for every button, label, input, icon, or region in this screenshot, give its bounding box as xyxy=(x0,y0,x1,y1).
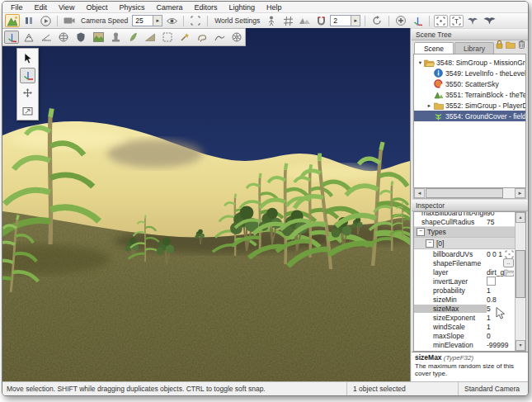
scroll-thumb[interactable] xyxy=(426,188,503,198)
property-label: invertLayer xyxy=(414,277,487,286)
snap-size-dropdown[interactable]: 2▸ xyxy=(330,15,360,26)
scroll-down-icon[interactable]: ▾ xyxy=(516,340,525,351)
menu-lighting[interactable]: Lighting xyxy=(223,3,261,12)
terrain-painter-tool[interactable] xyxy=(91,31,106,44)
viewport-3d[interactable] xyxy=(2,28,411,382)
camera-speed-dropdown-value: 25 xyxy=(133,17,153,25)
camera-speed-label: Camera Speed xyxy=(78,17,130,25)
right-panel: Scene Tree SceneLibrary ▾3548: SimGroup … xyxy=(412,28,528,382)
tree-row[interactable]: ▾3548: SimGroup - MissionGroup xyxy=(414,57,525,68)
terrain-snap-icon[interactable] xyxy=(297,14,312,27)
property-label: minElevation xyxy=(414,341,487,349)
scroll-up-icon[interactable]: ▴ xyxy=(516,212,525,223)
scale-tool[interactable] xyxy=(20,102,35,118)
torque-logo-alt-icon[interactable] xyxy=(482,14,497,27)
group-label: [0] xyxy=(436,239,444,248)
tree-row[interactable]: 3551: TerrainBlock - theTerrain xyxy=(414,89,525,100)
render-bounds-button[interactable] xyxy=(434,15,448,27)
world-editor-tool[interactable] xyxy=(4,31,19,44)
tree-row[interactable]: 3554: GroundCover - field xyxy=(414,111,525,121)
terrain-editor-tool[interactable] xyxy=(21,31,36,44)
inspector-row: shapeCullRadius75 xyxy=(414,217,525,226)
material-sphere-tool[interactable] xyxy=(56,31,71,44)
torque-logo-icon[interactable] xyxy=(465,14,480,27)
terrain-angle-tool[interactable] xyxy=(39,31,54,44)
marquee-select-tool[interactable] xyxy=(160,31,175,44)
play-game-icon[interactable] xyxy=(38,14,53,27)
scene-tree-list: ▾3548: SimGroup - MissionGroup3549: Leve… xyxy=(413,54,526,188)
menu-edit[interactable]: Edit xyxy=(29,3,54,12)
drop-at-player-icon[interactable] xyxy=(264,14,279,27)
move-axis-tool[interactable] xyxy=(20,68,35,83)
lock-icon[interactable] xyxy=(496,37,503,52)
dropdown-arrow-icon[interactable]: ▸ xyxy=(351,16,360,26)
tree-item-label: 3550: ScatterSky xyxy=(444,80,499,88)
mesh-road-tool[interactable] xyxy=(212,31,227,44)
tab-scene[interactable]: Scene xyxy=(414,42,454,54)
menu-camera[interactable]: Camera xyxy=(150,3,188,12)
checkbox-unchecked[interactable] xyxy=(487,277,496,286)
road-ramp-tool[interactable] xyxy=(143,31,158,44)
inspector-row: layerdirt_gr xyxy=(414,267,525,277)
camera-icon[interactable] xyxy=(62,14,77,27)
status-camera-mode[interactable]: Standard Camera xyxy=(458,382,528,395)
collapse-icon[interactable]: ▾ xyxy=(417,59,424,66)
layer-picker-icon[interactable] xyxy=(504,268,514,277)
decal-stamp-tool[interactable] xyxy=(108,31,123,44)
tree-item-label: 3548: SimGroup - MissionGroup xyxy=(435,59,525,67)
scroll-left-icon[interactable]: ◄ xyxy=(414,188,425,198)
menu-object[interactable]: Object xyxy=(80,3,113,12)
collapse-box-icon[interactable]: − xyxy=(417,228,425,236)
tree-horizontal-scrollbar[interactable]: ◄ ► xyxy=(413,188,526,199)
image-picker-icon[interactable] xyxy=(505,250,514,258)
inspector-vertical-scrollbar[interactable]: ▴▾ xyxy=(515,212,525,351)
property-value[interactable]: 0 0 1 xyxy=(487,250,505,258)
scroll-thumb[interactable] xyxy=(516,250,525,298)
menu-help[interactable]: Help xyxy=(261,3,288,12)
select-arrow-tool[interactable] xyxy=(20,50,35,66)
menu-physics[interactable]: Physics xyxy=(113,3,150,12)
tab-library[interactable]: Library xyxy=(454,42,494,54)
scroll-right-icon[interactable]: ► xyxy=(515,188,525,198)
editor-layout-icon[interactable] xyxy=(21,14,36,27)
magic-wand-tool[interactable] xyxy=(177,31,192,44)
folder-icon[interactable] xyxy=(506,37,516,52)
world-settings-button[interactable]: World Settings xyxy=(212,17,262,25)
inspector-row: sizeMin0.8 xyxy=(414,295,525,304)
tree-header-icons xyxy=(496,37,525,54)
tree-row[interactable]: 3549: LevelInfo - theLevelInfo xyxy=(414,68,525,78)
object-gizmo-icon[interactable] xyxy=(410,14,425,27)
shield-tool[interactable] xyxy=(73,31,88,44)
navigation-wheel-tool[interactable] xyxy=(229,31,244,44)
forest-brush-tool[interactable] xyxy=(125,31,140,44)
river-lasso-tool[interactable] xyxy=(195,31,210,44)
trash-icon[interactable] xyxy=(518,37,525,52)
inspector-row: minElevation-99999 xyxy=(414,340,525,349)
property-value[interactable]: dirt_gr xyxy=(487,268,504,277)
inspector-group-Types[interactable]: −Types xyxy=(414,226,525,238)
tree-row[interactable]: ▸3552: SimGroup - PlayerDropP xyxy=(414,100,525,111)
browse-button[interactable]: .. xyxy=(503,258,514,267)
render-text-button[interactable] xyxy=(450,15,464,27)
inspector-row: probability1 xyxy=(414,286,525,295)
soft-snap-icon[interactable] xyxy=(313,14,328,27)
visibility-icon[interactable] xyxy=(164,14,179,27)
menu-view[interactable]: View xyxy=(53,3,80,12)
rotate-snap-icon[interactable] xyxy=(370,14,384,27)
add-object-icon[interactable] xyxy=(393,14,408,27)
scene-editor-icon[interactable] xyxy=(5,14,20,27)
translate-tool[interactable] xyxy=(20,85,35,101)
tree-row[interactable]: 3550: ScatterSky xyxy=(414,78,525,89)
collapse-box-icon[interactable]: − xyxy=(426,239,434,248)
grid-snap-icon[interactable] xyxy=(280,14,295,27)
fit-view-icon[interactable] xyxy=(188,14,203,27)
status-bar: Move selection. SHIFT while dragging dup… xyxy=(2,381,528,395)
menu-file[interactable]: File xyxy=(5,3,29,12)
dropdown-arrow-icon[interactable]: ▸ xyxy=(153,16,162,26)
terrain-scene xyxy=(2,28,410,382)
expand-icon[interactable]: ▸ xyxy=(426,102,433,109)
inspector-row: invertLayer xyxy=(414,277,525,286)
camera-speed-dropdown[interactable]: 25▸ xyxy=(132,15,162,26)
inspector-group-0[interactable]: −[0] xyxy=(414,238,525,249)
menu-editors[interactable]: Editors xyxy=(188,3,223,12)
